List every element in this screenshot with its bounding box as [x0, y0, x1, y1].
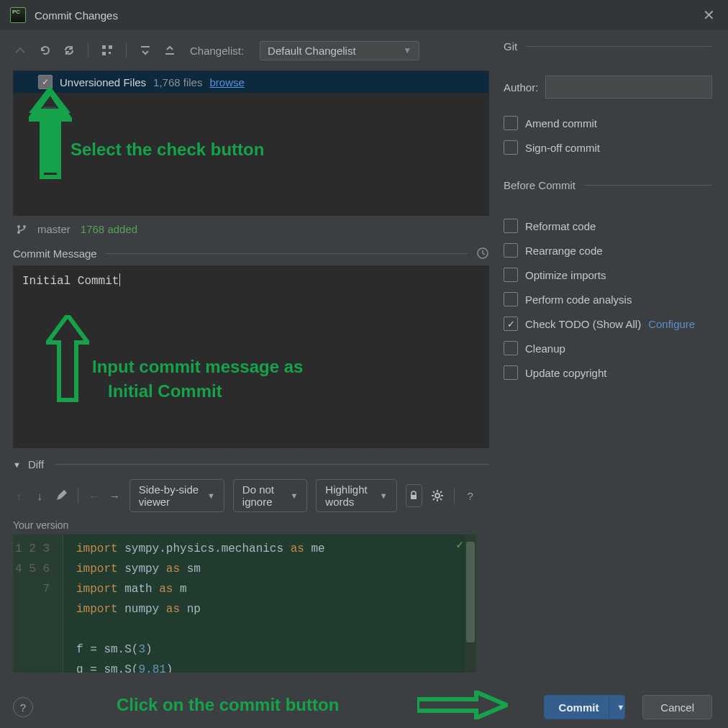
author-input[interactable] [545, 76, 712, 99]
svg-rect-0 [102, 45, 106, 49]
cleanup-option[interactable]: Cleanup [504, 341, 712, 355]
branch-name: master [37, 223, 70, 235]
signoff-commit-option[interactable]: Sign-off commit [504, 140, 712, 155]
commit-message-header: Commit Message [13, 247, 489, 260]
file-count: 1,768 files [153, 76, 202, 88]
diff-toolbar: ↑ ↓ ← → Side-by-side viewer▼ Do not igno… [13, 479, 476, 512]
amend-commit-option[interactable]: Amend commit [504, 116, 712, 130]
diff-header[interactable]: ▼ Diff [13, 458, 489, 470]
reformat-code-option[interactable]: Reformat code [504, 219, 712, 233]
changelist-value: Default Changelist [268, 45, 356, 57]
valid-check-icon: ✓ [456, 537, 463, 552]
editor-scrollbar[interactable] [465, 534, 476, 673]
author-label: Author: [504, 81, 538, 94]
configure-link[interactable]: Configure [648, 318, 695, 330]
svg-point-6 [17, 225, 20, 228]
chevron-down-icon: ▼ [403, 45, 411, 55]
nav-forward-icon[interactable]: → [109, 487, 121, 504]
left-panel: Changelist: Default Changelist ▼ ✓ Unver… [0, 30, 489, 686]
svg-rect-3 [109, 52, 111, 54]
checkbox[interactable] [504, 116, 518, 130]
commit-split-icon[interactable]: ▼ [609, 696, 624, 719]
close-icon[interactable]: ✕ [700, 5, 718, 25]
svg-point-8 [23, 225, 26, 228]
dialog-button-bar: ? Commit ▼ Cancel [0, 686, 728, 728]
expand-all-icon[interactable] [138, 43, 153, 58]
next-change-icon[interactable]: ↓ [34, 487, 46, 504]
go-up-icon [13, 43, 27, 58]
svg-point-11 [435, 493, 440, 498]
commit-message-input[interactable]: Initial Commit [13, 265, 489, 448]
svg-rect-4 [141, 46, 150, 47]
optimize-imports-option[interactable]: Optimize imports [504, 268, 712, 282]
svg-rect-2 [102, 52, 106, 55]
edit-icon[interactable] [55, 487, 68, 504]
commit-message-text: Initial Commit [22, 275, 119, 288]
window-title: Commit Changes [35, 9, 118, 22]
highlight-selector[interactable]: Highlight words▼ [316, 479, 396, 512]
your-version-label: Your version [13, 519, 489, 531]
git-section-header: Git [504, 40, 712, 53]
lock-icon[interactable] [406, 484, 422, 507]
code-area: import sympy.physics.mechanics as me imp… [63, 534, 476, 673]
checkbox[interactable] [504, 140, 518, 155]
unversioned-checkbox[interactable]: ✓ [38, 75, 53, 89]
group-icon[interactable] [100, 43, 114, 58]
collapse-caret-icon: ▼ [13, 460, 21, 469]
refresh-icon[interactable] [62, 43, 76, 58]
right-panel: Git Author: Amend commit Sign-off commit [489, 30, 728, 686]
prev-change-icon: ↑ [13, 487, 25, 504]
pycharm-icon [10, 7, 26, 23]
changelist-selector[interactable]: Default Changelist ▼ [260, 41, 419, 60]
nav-back-icon: ← [88, 487, 100, 504]
update-copyright-option[interactable]: Update copyright [504, 365, 712, 380]
view-mode-selector[interactable]: Side-by-side viewer▼ [129, 479, 224, 512]
titlebar: Commit Changes ✕ [0, 0, 728, 30]
line-gutter: 1 2 3 4 5 6 7 [13, 534, 63, 673]
diff-label: Diff [28, 458, 44, 470]
svg-rect-10 [411, 495, 417, 499]
help-small-icon[interactable]: ? [464, 487, 476, 504]
changelist-panel: ✓ Unversioned Files 1,768 files browse [13, 70, 489, 216]
help-icon[interactable]: ? [13, 697, 33, 717]
added-count: 1768 added [81, 223, 137, 235]
svg-rect-5 [165, 53, 174, 55]
unversioned-files-row[interactable]: ✓ Unversioned Files 1,768 files browse [14, 71, 488, 93]
svg-rect-1 [109, 45, 112, 49]
rearrange-code-option[interactable]: Rearrange code [504, 243, 712, 258]
commit-message-label: Commit Message [13, 247, 97, 260]
ignore-selector[interactable]: Do not ignore▼ [233, 479, 308, 512]
before-commit-header: Before Commit [504, 179, 712, 191]
branch-status: master 1768 added [13, 216, 489, 240]
browse-link[interactable]: browse [209, 76, 244, 88]
gear-icon[interactable] [431, 487, 444, 504]
undo-icon[interactable] [37, 43, 52, 58]
commit-button[interactable]: Commit ▼ [544, 695, 626, 719]
check-todo-option[interactable]: Check TODO (Show All) Configure [504, 317, 712, 331]
history-icon[interactable] [476, 247, 489, 260]
diff-editor[interactable]: 1 2 3 4 5 6 7 import sympy.physics.mecha… [13, 534, 476, 673]
commit-dialog: Commit Changes ✕ [0, 0, 728, 728]
cancel-button[interactable]: Cancel [642, 695, 712, 719]
collapse-all-icon[interactable] [163, 43, 177, 58]
changelist-toolbar: Changelist: Default Changelist ▼ [13, 36, 489, 65]
code-analysis-option[interactable]: Perform code analysis [504, 292, 712, 306]
unversioned-label: Unversioned Files [60, 76, 146, 88]
branch-icon [16, 224, 27, 235]
changelist-label: Changelist: [190, 45, 244, 57]
